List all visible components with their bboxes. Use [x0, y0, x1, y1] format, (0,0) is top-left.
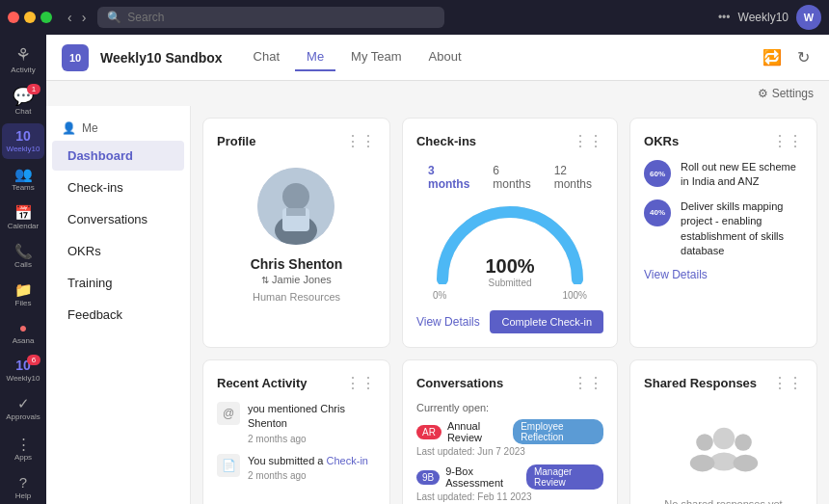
conv-label-mgr: Manager Review [526, 464, 603, 490]
help-icon: ? [19, 475, 27, 490]
asana-icon: ● [19, 321, 27, 334]
checkin-submit-icon: 📄 [217, 454, 240, 477]
sidebar-item-weekly10-top[interactable]: 10 Weekly10 [2, 123, 44, 159]
sidebar-item-calendar[interactable]: 📅 Calendar [2, 199, 44, 236]
tab-3months[interactable]: 3 months [416, 160, 481, 195]
top-bar: ‹ › 🔍 ••• Weekly10 W [0, 0, 829, 35]
search-icon: 🔍 [107, 11, 121, 24]
checkins-card-title: Check-ins [416, 134, 476, 148]
sidebar-item-asana[interactable]: ● Asana [2, 315, 44, 351]
conv-updated-1: Last updated: Jun 7 2023 [416, 446, 603, 457]
svg-rect-4 [286, 208, 306, 216]
user-avatar[interactable]: W [796, 5, 821, 30]
activity-item-1: @ you mentioned Chris Shenton 2 months a… [217, 402, 376, 444]
okr-text-1: Roll out new EE scheme in India and ANZ [681, 160, 803, 190]
sidebar-item-activity[interactable]: ⚘ Activity [2, 40, 44, 80]
nav-arrows: ‹ › [64, 8, 90, 27]
maximize-button[interactable] [40, 12, 52, 23]
topbar-right: ••• Weekly10 W [718, 5, 821, 30]
apps-label: Apps [14, 453, 32, 462]
shared-responses-menu-icon[interactable]: ⋮⋮ [772, 374, 803, 392]
sidebar-item-help[interactable]: ? Help [2, 469, 44, 504]
teams-nav-me[interactable]: Me [295, 43, 335, 71]
app-name-label: Weekly10 [738, 11, 789, 24]
nav-item-conversations[interactable]: Conversations [52, 204, 184, 234]
conv-item-2: 9B 9-Box Assessment Manager Review Last … [416, 464, 603, 502]
complete-checkin-button[interactable]: Complete Check-in [490, 310, 603, 333]
search-input[interactable] [127, 11, 435, 24]
okrs-menu-icon[interactable]: ⋮⋮ [772, 132, 803, 150]
sidebar-item-apps[interactable]: ⋮ Apps [2, 431, 44, 467]
more-icon[interactable]: ••• [718, 11, 731, 24]
sidebar-item-weekly10-bottom[interactable]: 10 Weekly10 6 [2, 353, 44, 388]
sidebar-item-approvals[interactable]: ✓ Approvals [2, 390, 44, 427]
checkins-menu-icon[interactable]: ⋮⋮ [573, 132, 603, 150]
conv-updated-2: Last updated: Feb 11 2023 [416, 491, 603, 502]
profile-avatar [257, 168, 334, 245]
approvals-icon: ✓ [17, 396, 30, 411]
tab-12months[interactable]: 12 months [543, 160, 603, 195]
shared-responses-header: Shared Responses ⋮⋮ [644, 374, 803, 392]
tab-6months[interactable]: 6 months [481, 160, 542, 195]
sidebar-item-teams[interactable]: 👥 Teams [2, 161, 44, 198]
manager-icon: ⇅ [261, 275, 269, 285]
nav-item-dashboard[interactable]: Dashboard [52, 141, 184, 171]
teams-nav-chat[interactable]: Chat [242, 43, 291, 71]
refresh-button[interactable]: ↻ [793, 44, 814, 70]
chat-badge: 1 [27, 84, 40, 94]
conversations-menu-icon[interactable]: ⋮⋮ [573, 374, 603, 392]
back-button[interactable]: ‹ [64, 8, 76, 27]
svg-point-9 [735, 434, 752, 451]
activity-label: Activity [11, 66, 35, 74]
profile-menu-icon[interactable]: ⋮⋮ [345, 132, 376, 150]
activity-item-2: 📄 You submitted a Check-in 2 months ago [217, 454, 376, 481]
nav-item-checkins[interactable]: Check-ins [52, 172, 184, 202]
left-nav: 👤 Me Dashboard Check-ins Conversations O… [46, 106, 191, 504]
activity-menu-icon[interactable]: ⋮⋮ [345, 374, 376, 392]
app-logo: 10 [62, 44, 89, 71]
search-bar[interactable]: 🔍 [97, 7, 444, 28]
gauge-left-label: 0% [433, 290, 446, 301]
conv-badge-ar: AR [416, 425, 441, 439]
okrs-card-header: OKRs ⋮⋮ [644, 132, 803, 150]
checkins-card: Check-ins ⋮⋮ 3 months 6 months 12 months [402, 118, 618, 348]
nav-item-training[interactable]: Training [52, 268, 184, 298]
shared-responses-card: Shared Responses ⋮⋮ [629, 359, 817, 504]
okr-item-1: 60% Roll out new EE scheme in India and … [644, 160, 803, 190]
activity-time-1: 2 months ago [248, 434, 376, 444]
conversations-card: Conversations ⋮⋮ Currently open: AR Annu… [402, 359, 618, 504]
conversations-card-header: Conversations ⋮⋮ [416, 374, 603, 392]
forward-button[interactable]: › [78, 8, 91, 27]
checkins-view-details-button[interactable]: View Details [416, 315, 480, 329]
app-layout: ⚘ Activity 💬 Chat 1 10 Weekly10 👥 Teams … [0, 35, 829, 504]
profile-manager: ⇅ Jamie Jones [261, 274, 332, 285]
gauge-percent: 100% [485, 255, 534, 278]
checkins-tabs: 3 months 6 months 12 months [416, 160, 603, 195]
calls-label: Calls [14, 260, 32, 269]
checkin-link[interactable]: Check-in [327, 455, 368, 466]
close-button[interactable] [8, 12, 19, 23]
sidebar-item-files[interactable]: 📁 Files [2, 277, 44, 313]
files-label: Files [15, 299, 32, 307]
sidebar-item-calls[interactable]: 📞 Calls [2, 238, 44, 275]
minimize-button[interactable] [24, 12, 36, 23]
teams-nav-myteam[interactable]: My Team [339, 43, 414, 71]
activity-text-2: You submitted a Check-in [248, 454, 368, 468]
conv-label-emp: Employee Reflection [513, 419, 603, 444]
shared-responses-title: Shared Responses [644, 376, 757, 390]
teams-nav-about[interactable]: About [417, 43, 473, 71]
dashboard: Profile ⋮⋮ Ch [191, 106, 829, 504]
svg-point-1 [282, 183, 309, 210]
svg-point-5 [712, 428, 734, 449]
help-label: Help [15, 491, 31, 500]
nav-item-okrs[interactable]: OKRs [52, 236, 184, 266]
teams-header: 10 Weekly10 Sandbox Chat Me My Team Abou… [46, 35, 829, 81]
okrs-view-details-button[interactable]: View Details [644, 268, 708, 281]
settings-button[interactable]: ⚙ Settings [758, 87, 814, 100]
files-icon: 📁 [14, 282, 33, 297]
conv-row-1: AR Annual Review Employee Reflection [416, 419, 603, 444]
share-button[interactable]: 🔁 [759, 44, 786, 70]
nav-item-feedback[interactable]: Feedback [52, 300, 184, 330]
asana-label: Asana [13, 336, 35, 345]
sidebar-item-chat[interactable]: 💬 Chat 1 [2, 82, 44, 121]
